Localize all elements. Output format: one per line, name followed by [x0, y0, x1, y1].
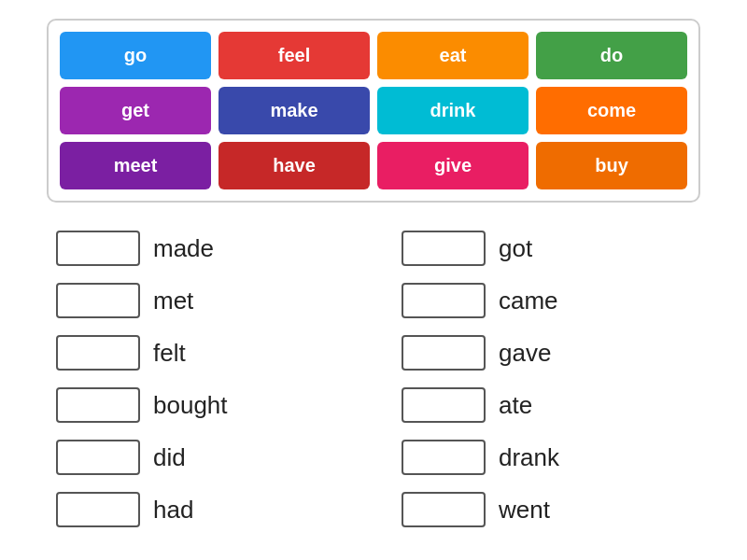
word-btn-do[interactable]: do: [536, 32, 687, 79]
word-btn-come[interactable]: come: [536, 87, 687, 134]
answer-box-left-5[interactable]: [56, 492, 140, 527]
answer-box-left-2[interactable]: [56, 335, 140, 371]
word-btn-feel[interactable]: feel: [218, 32, 370, 79]
main-container: gofeeleatdogetmakedrinkcomemeethavegiveb…: [47, 19, 700, 527]
answer-label-right-0: got: [499, 234, 532, 263]
answers-section: madegotmetcamefeltgaveboughtatediddrankh…: [47, 231, 700, 527]
word-btn-drink[interactable]: drink: [377, 87, 529, 134]
word-btn-make[interactable]: make: [218, 87, 370, 134]
answer-row-left-2: felt: [56, 335, 345, 371]
answer-row-right-1: came: [402, 283, 691, 318]
answer-box-left-1[interactable]: [56, 283, 140, 318]
answer-row-right-5: went: [402, 492, 691, 527]
answer-label-right-2: gave: [499, 339, 551, 368]
word-bank: gofeeleatdogetmakedrinkcomemeethavegiveb…: [47, 19, 700, 203]
answer-label-left-5: had: [153, 496, 193, 525]
answer-row-left-1: met: [56, 283, 345, 318]
answer-row-left-5: had: [56, 492, 345, 527]
answer-row-left-4: did: [56, 440, 345, 475]
answer-box-right-0[interactable]: [402, 231, 486, 266]
answer-label-left-2: felt: [153, 339, 186, 368]
answer-label-left-3: bought: [153, 391, 228, 420]
word-btn-get[interactable]: get: [60, 87, 211, 134]
answer-row-right-4: drank: [402, 440, 691, 475]
answer-label-right-3: ate: [499, 391, 532, 420]
answer-box-right-1[interactable]: [402, 283, 486, 318]
answer-row-right-3: ate: [402, 387, 691, 423]
answer-box-left-0[interactable]: [56, 231, 140, 266]
answer-box-left-4[interactable]: [56, 440, 140, 475]
answer-label-left-1: met: [153, 287, 193, 315]
word-btn-have[interactable]: have: [218, 142, 370, 189]
answer-box-right-5[interactable]: [402, 492, 486, 527]
answer-label-right-5: went: [499, 496, 550, 525]
answer-row-left-0: made: [56, 231, 345, 266]
answer-label-left-4: did: [153, 443, 186, 472]
word-btn-meet[interactable]: meet: [60, 142, 211, 189]
answer-row-right-0: got: [402, 231, 691, 266]
answer-box-right-2[interactable]: [402, 335, 486, 371]
answer-row-right-2: gave: [402, 335, 691, 371]
answer-row-left-3: bought: [56, 387, 345, 423]
answer-box-right-3[interactable]: [402, 387, 486, 423]
word-btn-go[interactable]: go: [60, 32, 211, 79]
word-btn-eat[interactable]: eat: [377, 32, 529, 79]
answer-label-right-1: came: [499, 287, 558, 315]
answer-box-right-4[interactable]: [402, 440, 486, 475]
answer-box-left-3[interactable]: [56, 387, 140, 423]
answer-label-right-4: drank: [499, 443, 559, 472]
word-btn-buy[interactable]: buy: [536, 142, 687, 189]
word-btn-give[interactable]: give: [377, 142, 529, 189]
answer-label-left-0: made: [153, 234, 214, 263]
